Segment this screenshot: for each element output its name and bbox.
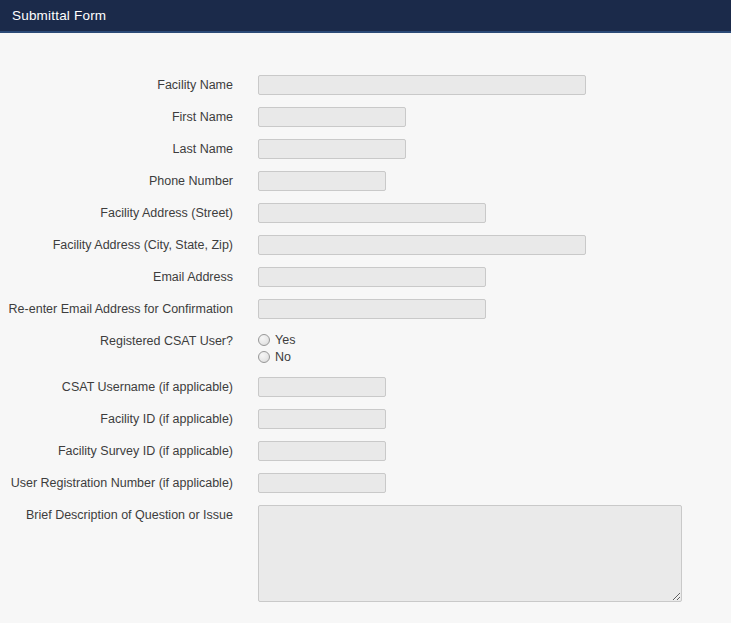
form-row-last-name: Last Name bbox=[0, 139, 731, 159]
facility-address-street-label: Facility Address (Street) bbox=[0, 206, 233, 220]
facility-name-input[interactable] bbox=[258, 75, 586, 95]
first-name-input[interactable] bbox=[258, 107, 406, 127]
email-address-input[interactable] bbox=[258, 267, 486, 287]
radio-option-yes[interactable]: Yes bbox=[258, 331, 295, 348]
phone-number-label: Phone Number bbox=[0, 174, 233, 188]
phone-number-input[interactable] bbox=[258, 171, 386, 191]
email-address-label: Email Address bbox=[0, 270, 233, 284]
form-row-facility-address-city-state-zip: Facility Address (City, State, Zip) bbox=[0, 235, 731, 255]
facility-id-input[interactable] bbox=[258, 409, 386, 429]
form-row-facility-id: Facility ID (if applicable) bbox=[0, 409, 731, 429]
form-row-csat-username: CSAT Username (if applicable) bbox=[0, 377, 731, 397]
reenter-email-label: Re-enter Email Address for Confirmation bbox=[0, 302, 233, 316]
form-row-phone-number: Phone Number bbox=[0, 171, 731, 191]
header-bar: Submittal Form bbox=[0, 0, 731, 33]
form-row-first-name: First Name bbox=[0, 107, 731, 127]
facility-address-city-state-zip-input[interactable] bbox=[258, 235, 586, 255]
form-row-facility-address-street: Facility Address (Street) bbox=[0, 203, 731, 223]
form-row-email-address: Email Address bbox=[0, 267, 731, 287]
form-row-user-registration-number: User Registration Number (if applicable) bbox=[0, 473, 731, 493]
reenter-email-input[interactable] bbox=[258, 299, 486, 319]
facility-address-street-input[interactable] bbox=[258, 203, 486, 223]
last-name-label: Last Name bbox=[0, 142, 233, 156]
submittal-form: Facility Name First Name Last Name Phone… bbox=[0, 33, 731, 602]
form-row-facility-name: Facility Name bbox=[0, 75, 731, 95]
facility-id-label: Facility ID (if applicable) bbox=[0, 412, 233, 426]
csat-username-label: CSAT Username (if applicable) bbox=[0, 380, 233, 394]
radio-option-no-label: No bbox=[275, 350, 291, 364]
form-row-facility-survey-id: Facility Survey ID (if applicable) bbox=[0, 441, 731, 461]
user-registration-number-input[interactable] bbox=[258, 473, 386, 493]
page-title: Submittal Form bbox=[12, 8, 106, 23]
first-name-label: First Name bbox=[0, 110, 233, 124]
facility-name-label: Facility Name bbox=[0, 78, 233, 92]
radio-option-no[interactable]: No bbox=[258, 348, 295, 365]
registered-csat-user-radio-group: Yes No bbox=[258, 331, 295, 365]
user-registration-number-label: User Registration Number (if applicable) bbox=[0, 476, 233, 490]
form-row-reenter-email: Re-enter Email Address for Confirmation bbox=[0, 299, 731, 319]
registered-csat-user-label: Registered CSAT User? bbox=[0, 331, 233, 348]
csat-username-input[interactable] bbox=[258, 377, 386, 397]
form-row-registered-csat-user: Registered CSAT User? Yes No bbox=[0, 331, 731, 365]
radio-button-icon[interactable] bbox=[258, 351, 270, 363]
form-row-brief-description: Brief Description of Question or Issue bbox=[0, 505, 731, 602]
facility-survey-id-label: Facility Survey ID (if applicable) bbox=[0, 444, 233, 458]
last-name-input[interactable] bbox=[258, 139, 406, 159]
radio-button-icon[interactable] bbox=[258, 334, 270, 346]
brief-description-textarea[interactable] bbox=[258, 505, 682, 602]
brief-description-label: Brief Description of Question or Issue bbox=[0, 505, 233, 522]
radio-option-yes-label: Yes bbox=[275, 333, 295, 347]
facility-survey-id-input[interactable] bbox=[258, 441, 386, 461]
facility-address-city-state-zip-label: Facility Address (City, State, Zip) bbox=[0, 238, 233, 252]
